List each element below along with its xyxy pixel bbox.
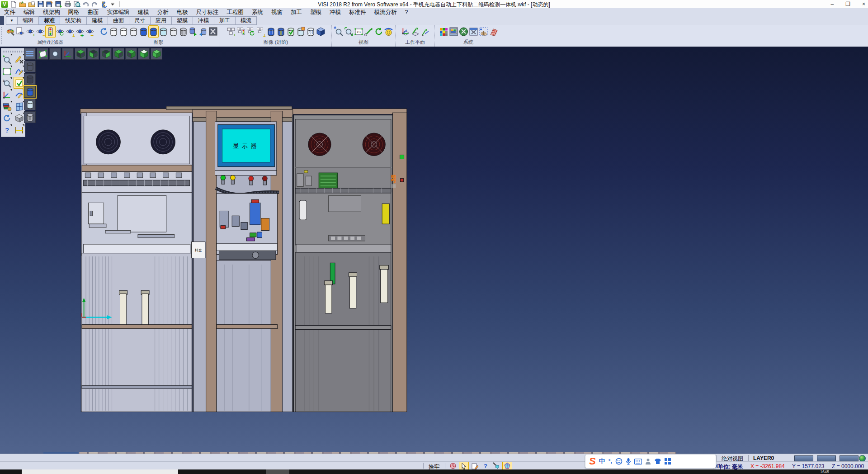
menu-mould[interactable]: 塑模 bbox=[306, 9, 326, 16]
solid-box-icon[interactable] bbox=[296, 26, 306, 38]
hatched-entity-icon[interactable] bbox=[179, 26, 188, 38]
menu-flow-analysis[interactable]: 模流分析 bbox=[370, 9, 401, 16]
menu-modeling[interactable]: 建模 bbox=[134, 9, 153, 16]
wire-cylinder-icon[interactable] bbox=[306, 26, 316, 38]
view-front-icon[interactable] bbox=[87, 48, 99, 60]
workplane-move-icon[interactable] bbox=[410, 26, 420, 38]
notebook-icon[interactable] bbox=[470, 462, 479, 469]
taskbar-search-box[interactable] bbox=[22, 469, 178, 474]
zoom-in-out-icon[interactable]: ± bbox=[334, 26, 344, 38]
workplane-rotate-icon[interactable] bbox=[420, 26, 430, 38]
attribute-books-icon[interactable] bbox=[2, 101, 12, 112]
confirm-check-icon[interactable] bbox=[14, 77, 24, 88]
ime-toolbox-icon[interactable] bbox=[665, 458, 671, 465]
shaded-entity-icon[interactable] bbox=[149, 26, 158, 38]
modify-attributes-icon[interactable] bbox=[6, 26, 15, 38]
window-tools-icon[interactable] bbox=[469, 26, 478, 38]
display-menu-icon[interactable] bbox=[24, 48, 36, 60]
zoom-1to1-icon[interactable]: 1:1 bbox=[354, 26, 363, 38]
wireframe-mode-icon[interactable] bbox=[24, 61, 36, 72]
menu-drawing[interactable]: 工程图 bbox=[223, 9, 248, 16]
help-icon[interactable]: ? bbox=[2, 124, 12, 135]
tab-application[interactable]: 应用 bbox=[151, 16, 172, 25]
view-iso-se-icon[interactable] bbox=[125, 48, 137, 60]
pan-arrow-icon[interactable] bbox=[364, 26, 373, 38]
view-axis-icon[interactable] bbox=[62, 48, 74, 60]
hidden-line-mode-icon[interactable] bbox=[24, 73, 36, 85]
toolbar-grip[interactable] bbox=[0, 26, 3, 44]
delete-entity-icon[interactable] bbox=[14, 54, 24, 65]
palette-grip[interactable] bbox=[3, 51, 24, 52]
image-settings-icon[interactable] bbox=[449, 26, 458, 38]
view-iso-icon[interactable] bbox=[138, 48, 150, 60]
tab-standard[interactable]: 标准 bbox=[39, 16, 60, 25]
hatched-mode-icon[interactable] bbox=[24, 111, 36, 123]
tab-wireframe[interactable]: 线架构 bbox=[60, 16, 87, 25]
ime-skin-icon[interactable] bbox=[654, 458, 661, 465]
ime-tools-person-icon[interactable] bbox=[645, 458, 651, 465]
tab-overflow-button[interactable]: ▼ bbox=[6, 16, 18, 25]
menu-file[interactable]: 文件 bbox=[0, 9, 19, 16]
layers-add-icon[interactable]: + bbox=[226, 26, 236, 38]
system-tools-icon[interactable] bbox=[459, 26, 468, 38]
menu-system[interactable]: 系统 bbox=[248, 9, 267, 16]
zoom-window-icon[interactable] bbox=[2, 66, 12, 76]
view-smiley-icon[interactable] bbox=[384, 26, 393, 38]
wireframe-entity-icon[interactable] bbox=[129, 26, 138, 38]
shaded-cube-icon[interactable] bbox=[316, 26, 326, 38]
layers-refresh-icon[interactable] bbox=[246, 26, 256, 38]
cursor-pick-icon[interactable] bbox=[459, 462, 468, 469]
spline-sketch-icon[interactable] bbox=[14, 66, 24, 76]
ime-mode-toggle[interactable]: 中 bbox=[599, 457, 605, 465]
color-swatch-3[interactable] bbox=[840, 455, 859, 461]
banded-cylinder-icon[interactable] bbox=[266, 26, 276, 38]
ime-emoji-icon[interactable] bbox=[615, 458, 623, 465]
regenerate-icon[interactable] bbox=[2, 113, 12, 123]
wireframe-entity-icon[interactable] bbox=[119, 26, 128, 38]
zoom-in-out-icon[interactable]: ± bbox=[2, 77, 12, 88]
layers-toggle-icon[interactable]: ± bbox=[256, 26, 266, 38]
restore-button[interactable]: ❐ bbox=[845, 1, 850, 7]
window-panes-icon[interactable] bbox=[14, 101, 24, 112]
filter-traffic-light-icon[interactable] bbox=[46, 26, 55, 38]
solid-entity-icon[interactable] bbox=[139, 26, 148, 38]
tab-surface[interactable]: 曲面 bbox=[108, 16, 129, 25]
3d-viewport[interactable]: 显示器 bbox=[0, 47, 868, 454]
wireframe-entity-icon[interactable] bbox=[109, 26, 118, 38]
shade-cube-icon[interactable] bbox=[14, 113, 24, 123]
menu-help[interactable]: ? bbox=[401, 9, 412, 15]
grid-plane-icon[interactable] bbox=[489, 26, 498, 38]
alarm-icon[interactable] bbox=[448, 462, 458, 469]
tab-machining[interactable]: 加工 bbox=[214, 16, 236, 25]
selection-hand-icon[interactable] bbox=[479, 26, 488, 38]
dynamic-zoom-icon[interactable] bbox=[2, 54, 12, 65]
menu-window[interactable]: 视窗 bbox=[267, 9, 287, 16]
hide-all-icon[interactable]: － bbox=[85, 26, 95, 38]
menu-surface[interactable]: 曲面 bbox=[84, 9, 103, 16]
close-button[interactable]: × bbox=[862, 1, 865, 7]
curve-sketch-icon[interactable] bbox=[14, 89, 24, 100]
entity-restore-icon[interactable] bbox=[198, 26, 208, 38]
refresh-visibility-icon[interactable] bbox=[56, 26, 65, 38]
entity-copy-icon[interactable] bbox=[189, 26, 198, 38]
measure-distance-icon[interactable] bbox=[14, 124, 24, 135]
taskbar-app-button[interactable] bbox=[266, 469, 289, 474]
show-all-icon[interactable]: ＋ bbox=[75, 26, 85, 38]
layer-indicator[interactable]: LAYER0 bbox=[753, 455, 774, 461]
color-settings-icon[interactable] bbox=[439, 26, 448, 38]
shaded-edges-mode-icon[interactable] bbox=[24, 99, 36, 110]
ime-punctuation-toggle[interactable]: °, bbox=[609, 458, 612, 465]
color-swatch-2[interactable] bbox=[817, 455, 836, 461]
graphics-refresh-icon[interactable] bbox=[99, 26, 108, 38]
view-plane-icon[interactable] bbox=[37, 48, 48, 60]
tab-flow[interactable]: 模流 bbox=[236, 16, 257, 25]
menu-dimension[interactable]: 尺寸标注 bbox=[192, 9, 223, 16]
menu-standard-parts[interactable]: 标准件 bbox=[345, 9, 370, 16]
transparent-entity-icon[interactable] bbox=[159, 26, 168, 38]
menu-machining[interactable]: 加工 bbox=[287, 9, 306, 16]
ime-logo[interactable]: S bbox=[589, 456, 596, 466]
menu-analysis[interactable]: 分析 bbox=[153, 9, 173, 16]
layers-filter-icon[interactable] bbox=[236, 26, 246, 38]
shaded-mode-icon[interactable] bbox=[24, 86, 36, 98]
gem-icon[interactable] bbox=[503, 462, 512, 469]
